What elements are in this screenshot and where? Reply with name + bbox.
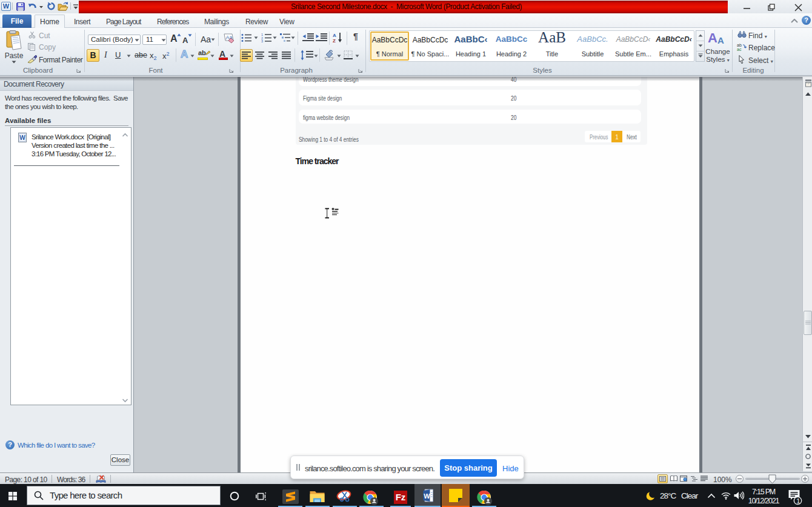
- svg-text:Z: Z: [333, 38, 336, 43]
- svg-text:A: A: [333, 33, 336, 38]
- svg-text:W: W: [424, 492, 430, 500]
- svg-text:W: W: [19, 134, 25, 141]
- svg-text:1: 1: [796, 497, 800, 505]
- svg-text:3: 3: [261, 39, 263, 42]
- svg-text:ab: ab: [737, 43, 742, 47]
- svg-text:ac: ac: [737, 47, 742, 51]
